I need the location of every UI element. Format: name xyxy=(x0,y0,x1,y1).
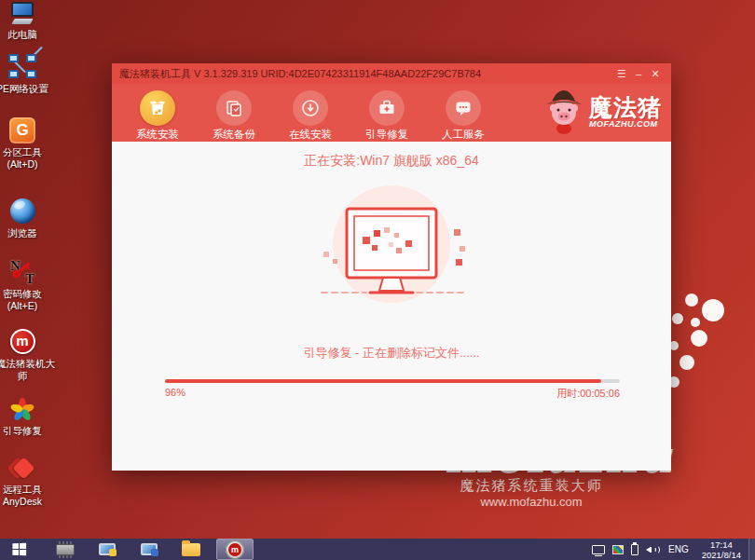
desktop-icon-pe-network[interactable]: PE网络设置 xyxy=(0,54,48,95)
taskbar-app-remote-pc[interactable] xyxy=(135,539,163,560)
status-text: 引导修复 - 正在删除标记文件...... xyxy=(112,345,671,362)
nav-tab-label: 在线安装 xyxy=(281,128,339,142)
desktop-icon-anydesk[interactable]: 远程工具 AnyDesk xyxy=(0,455,48,508)
desktop-icon-label-line2: (Alt+D) xyxy=(0,158,48,171)
desktop-icon-label: 远程工具 xyxy=(0,484,48,496)
window-content: 正在安装:Win7 旗舰版 x86_64 引导修复 - 正在删除标记文件....… xyxy=(112,142,671,471)
folder-icon xyxy=(182,543,200,556)
monitor-lock-icon xyxy=(99,543,116,555)
desktop-icon-label: 浏览器 xyxy=(0,227,48,239)
brand-logo: 魔法猪 MOFAZHU.COM xyxy=(542,88,662,136)
nav-tab-label: 系统备份 xyxy=(205,128,263,142)
this-pc-icon xyxy=(8,0,36,28)
progress-percent: 96% xyxy=(165,387,185,401)
desktop-icon-label-line2: 师 xyxy=(0,370,48,382)
progress-bar xyxy=(165,379,620,383)
toolbox-icon xyxy=(369,90,405,126)
taskbar-app-mofazhu-active[interactable]: m xyxy=(216,539,254,560)
anydesk-icon xyxy=(8,455,36,483)
tray-time: 17:14 xyxy=(702,540,741,550)
nav-tab-label: 系统安装 xyxy=(129,128,186,142)
globe-icon xyxy=(10,198,35,224)
desktop-icon-boot-repair[interactable]: 引导修复 xyxy=(0,396,48,437)
taskbar: m ENG 17:14 2021/8/14 xyxy=(0,539,755,560)
taskbar-app-ramdisk[interactable] xyxy=(51,539,79,560)
desktop: { "desktop": { "icons": [ { "name": "thi… xyxy=(0,0,755,560)
mofazhu-m-icon: m xyxy=(10,329,35,354)
language-indicator[interactable]: ENG xyxy=(668,544,689,554)
display-color-icon[interactable] xyxy=(612,545,624,554)
taskbar-app-lockscreen[interactable] xyxy=(93,539,121,560)
elapsed-time: 用时:00:05:06 xyxy=(556,387,620,401)
window-navbar: 系统安装 系统备份 在线安装 xyxy=(112,84,671,142)
window-title: 魔法猪装机工具 V 3.1.329.319 URID:4D2E074233119… xyxy=(119,67,613,81)
diskgenius-icon: G xyxy=(9,117,35,143)
window-titlebar[interactable]: 魔法猪装机工具 V 3.1.329.319 URID:4D2E074233119… xyxy=(112,63,671,84)
installing-title: 正在安装:Win7 旗舰版 x86_64 xyxy=(112,153,671,170)
network-tray-icon[interactable] xyxy=(592,545,605,554)
nav-tab-label: 人工服务 xyxy=(434,128,492,142)
install-box-icon xyxy=(140,90,175,126)
close-icon[interactable]: ✕ xyxy=(647,64,664,83)
nav-tab-human-service[interactable]: 人工服务 xyxy=(434,84,492,142)
volume-icon[interactable] xyxy=(646,544,659,555)
monitor-keyboard-icon xyxy=(141,543,158,555)
brand-domain: MOFAZHU.COM xyxy=(589,119,662,129)
tray-date: 2021/8/14 xyxy=(702,550,741,560)
taskbar-app-explorer[interactable] xyxy=(177,539,205,560)
windows-logo-icon xyxy=(12,542,26,556)
desktop-icon-mofazhu-master[interactable]: m 魔法猪装机大 师 xyxy=(0,328,48,382)
backup-files-icon xyxy=(216,90,252,126)
clock[interactable]: 17:14 2021/8/14 xyxy=(702,540,741,560)
pinwheel-icon xyxy=(8,396,36,424)
minimize-icon[interactable]: – xyxy=(630,64,647,83)
system-tray: ENG 17:14 2021/8/14 xyxy=(588,539,755,560)
brand-name: 魔法猪 xyxy=(589,95,662,119)
nav-tab-boot-repair[interactable]: 引导修复 xyxy=(358,84,416,142)
desktop-icon-password-reset[interactable]: NT 密码修改 (Alt+E) xyxy=(0,259,48,312)
watermark-title: 魔法猪系统重装大师 xyxy=(424,477,638,495)
network-icon xyxy=(8,54,36,82)
desktop-icon-label: 分区工具 xyxy=(0,146,48,158)
download-icon xyxy=(293,90,328,126)
nt-key-icon: NT xyxy=(8,259,36,287)
desktop-icon-label: 魔法猪装机大 xyxy=(0,358,48,370)
ram-chip-icon xyxy=(56,544,75,555)
show-desktop-button[interactable] xyxy=(748,539,755,560)
desktop-icon-label-line2: (Alt+E) xyxy=(0,300,48,312)
start-button[interactable] xyxy=(0,539,37,560)
desktop-icon-label: PE网络设置 xyxy=(0,83,48,95)
mofazhu-taskbar-icon: m xyxy=(226,540,244,559)
nav-tab-system-backup[interactable]: 系统备份 xyxy=(205,84,263,142)
pig-mascot-icon xyxy=(542,88,585,136)
desktop-icon-this-pc[interactable]: 此电脑 xyxy=(0,0,48,41)
desktop-icon-label-line2: AnyDesk xyxy=(0,496,48,508)
chat-bubble-icon xyxy=(446,90,481,126)
menu-icon[interactable]: ☰ xyxy=(613,64,630,83)
desktop-icon-label: 密码修改 xyxy=(0,288,48,300)
progress-fill xyxy=(165,379,601,383)
watermark-url: www.mofazhu.com xyxy=(424,495,638,509)
nav-tab-system-install[interactable]: 系统安装 xyxy=(129,84,186,142)
usb-icon[interactable] xyxy=(631,544,638,555)
desktop-icon-label: 引导修复 xyxy=(0,425,48,437)
desktop-icon-browser[interactable]: 浏览器 xyxy=(0,198,48,239)
installer-window: 魔法猪装机工具 V 3.1.329.319 URID:4D2E074233119… xyxy=(112,63,671,471)
nav-tab-online-install[interactable]: 在线安装 xyxy=(281,84,339,142)
monitor-illustration xyxy=(312,181,471,311)
desktop-icon-partition-tool[interactable]: G 分区工具 (Alt+D) xyxy=(0,117,48,171)
nav-tab-label: 引导修复 xyxy=(358,128,416,142)
desktop-icon-label: 此电脑 xyxy=(0,29,48,41)
